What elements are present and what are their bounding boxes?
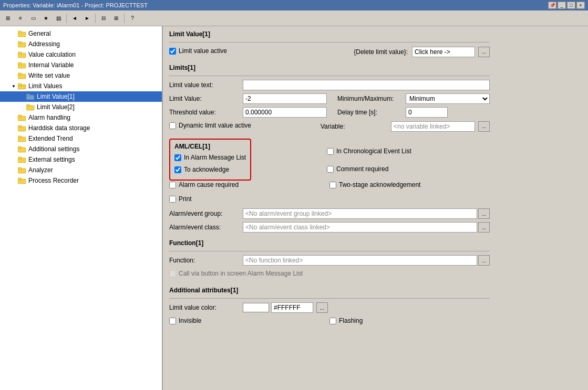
delay-input[interactable] (406, 107, 448, 118)
title-bar: Properties: Variable: iAlarm01 - Project… (0, 0, 588, 10)
in-alarm-message-list-checkbox[interactable] (174, 154, 181, 161)
alarm-event-group-browse-button[interactable]: ... (478, 208, 490, 219)
dynamic-limit-text: Dynamic limit value active (179, 122, 251, 129)
grid-view-button[interactable]: ⊞ (2, 13, 14, 24)
pin-icon[interactable]: 📌 (548, 2, 556, 9)
in-chronological-list-label[interactable]: In Chronological Event List (327, 146, 490, 156)
to-acknowledge-label[interactable]: To acknowledge (174, 164, 246, 175)
svg-rect-11 (18, 83, 22, 86)
invisible-checkbox[interactable] (169, 318, 176, 324)
variable-browse-button[interactable]: ... (478, 121, 490, 132)
alarm-event-class-browse-button[interactable]: ... (478, 222, 490, 233)
to-acknowledge-checkbox[interactable] (174, 166, 181, 173)
tree-item-process-recorder[interactable]: Process Recorder (0, 175, 162, 186)
tree-item-external-settings[interactable]: External settings (0, 154, 162, 165)
alarm-cause-text: Alarm cause required (179, 181, 239, 188)
folder-icon (18, 124, 26, 132)
limit-value-text-input[interactable] (243, 80, 490, 90)
content-panel: Limit Value[1] Limit value active {Delet… (163, 26, 496, 338)
tree-label-internal-var: Internal Variable (28, 61, 74, 69)
limit-value-color-row: Limit value color: ... (169, 302, 490, 313)
in-chronological-list-checkbox[interactable] (327, 148, 334, 155)
svg-rect-1 (18, 31, 22, 33)
invisible-label[interactable]: Invisible (169, 315, 329, 326)
expand-icon (11, 125, 17, 131)
tree-item-limit-value-2[interactable]: Limit Value[2] (0, 102, 162, 112)
flashing-text: Flashing (339, 317, 363, 324)
filter-button[interactable]: ▤ (53, 13, 64, 24)
tree-item-general[interactable]: General (0, 28, 162, 39)
flashing-checkbox[interactable] (329, 318, 336, 324)
delete-browse-button[interactable]: ... (478, 47, 490, 57)
tree-item-additional-settings[interactable]: Additional settings (0, 144, 162, 154)
tree-item-internal-var[interactable]: Internal Variable (0, 60, 162, 70)
nav-left-button[interactable]: ◄ (69, 13, 80, 24)
tree-item-addressing[interactable]: Addressing (0, 39, 162, 49)
folder-icon (26, 103, 35, 111)
function-browse-button[interactable]: ... (478, 255, 490, 266)
variable-input[interactable] (391, 121, 475, 132)
expand-icon (11, 30, 17, 37)
call-via-button-text: Call via button in screen Alarm Message … (179, 270, 303, 277)
alarm-cause-checkbox[interactable] (169, 182, 176, 188)
collapse-tree-icon: ▼ (11, 83, 17, 89)
alarm-cause-label[interactable]: Alarm cause required (169, 180, 329, 190)
title-bar-text: Properties: Variable: iAlarm01 - Project… (3, 2, 148, 8)
folder-icon (18, 176, 26, 185)
close-button[interactable]: × (576, 2, 585, 9)
limit-value-active-row: Limit value active {Delete limit value}:… (169, 46, 490, 58)
limit-value-color-input[interactable] (271, 302, 313, 313)
minimize-button[interactable]: _ (558, 2, 566, 9)
nav-right-button[interactable]: ► (81, 13, 93, 24)
tree-item-write-set[interactable]: Write set value (0, 70, 162, 81)
threshold-input[interactable] (243, 107, 327, 118)
tree-item-limit-value-1[interactable]: Limit Value[1] (0, 91, 162, 102)
star-button[interactable]: ★ (40, 13, 51, 24)
page-view-button[interactable]: ▭ (27, 13, 39, 24)
threshold-row: Threshold value: Delay time [s]: (169, 107, 490, 118)
function-input[interactable] (243, 255, 477, 266)
svg-rect-5 (18, 52, 22, 54)
click-here-button[interactable]: Click here -> (412, 47, 475, 57)
comment-required-label[interactable]: Comment required (327, 164, 490, 174)
tree-item-analyzer[interactable]: Analyzer (0, 165, 162, 175)
tree-item-extended-trend[interactable]: Extended Trend (0, 133, 162, 144)
help-button[interactable]: ? (127, 13, 138, 24)
maximize-button[interactable]: □ (567, 2, 575, 9)
limit-value-active-checkbox[interactable] (169, 48, 176, 55)
two-stage-label[interactable]: Two-stage acknowledgement (329, 180, 490, 190)
color-browse-button[interactable]: ... (316, 302, 328, 313)
list-view-button[interactable]: ≡ (15, 13, 26, 24)
alarm-event-group-input[interactable] (243, 208, 477, 219)
tree-item-value-calc[interactable]: Value calculation (0, 49, 162, 60)
print-checkbox[interactable] (169, 196, 176, 203)
min-max-select[interactable]: Minimum Maximum (406, 93, 490, 104)
svg-rect-28 (18, 167, 22, 170)
print-label[interactable]: Print (169, 194, 490, 204)
limit-value-section-header: Limit Value[1] (169, 30, 490, 39)
expand-button[interactable]: ⊞ (110, 13, 122, 24)
limit-value-active-checkbox-label[interactable]: Limit value active (169, 46, 227, 56)
comment-required-checkbox[interactable] (327, 166, 334, 173)
in-alarm-message-list-label[interactable]: In Alarm Message List (174, 152, 246, 163)
separator-3 (124, 14, 125, 23)
limit-value-row: Limit Value: Minimum/Maximum: Minimum Ma… (169, 93, 490, 104)
collapse-button[interactable]: ⊟ (98, 13, 109, 24)
tree-item-limit-values[interactable]: ▼ Limit Values (0, 81, 162, 91)
delay-label: Delay time [s]: (337, 109, 406, 116)
content-scroll-area: Limit Value[1] Limit value active {Delet… (163, 26, 496, 390)
tree-label-external-settings: External settings (28, 156, 75, 163)
svg-rect-18 (18, 115, 22, 117)
tree-item-harddisk[interactable]: Harddisk data storage (0, 123, 162, 133)
dynamic-limit-label[interactable]: Dynamic limit value active (169, 120, 321, 131)
alarm-event-class-input[interactable] (243, 222, 477, 233)
dynamic-limit-checkbox[interactable] (169, 122, 176, 129)
limit-value-input[interactable] (243, 93, 327, 104)
aml-cel-bordered-box: AML/CEL[1] In Alarm Message List To ackn… (169, 139, 251, 181)
limit-value-section: Limit Value[1] Limit value active {Delet… (169, 30, 490, 58)
two-stage-checkbox[interactable] (329, 182, 336, 188)
delete-limit-value-label: {Delete limit value}: (354, 48, 408, 56)
tree-item-alarm-handling[interactable]: Alarm handling (0, 112, 162, 123)
flashing-label[interactable]: Flashing (329, 315, 490, 326)
separator (169, 251, 490, 251)
